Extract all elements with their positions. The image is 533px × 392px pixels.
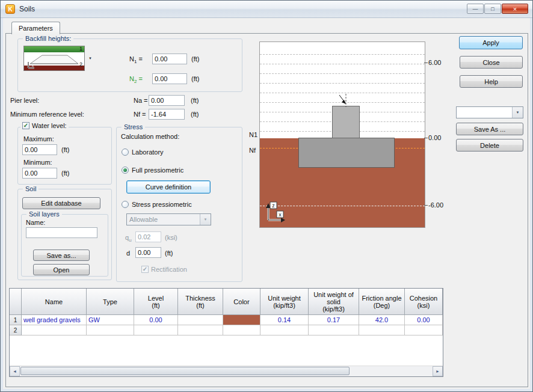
n2-input[interactable]	[152, 73, 187, 84]
cell-color-swatch[interactable]	[223, 315, 260, 325]
scroll-left-icon: ◄	[13, 369, 17, 373]
table-horizontal-scrollbar[interactable]: ◄ ►	[10, 366, 443, 376]
curve-definition-button[interactable]: Curve definition	[126, 180, 211, 194]
layer1-number: 1	[79, 46, 82, 52]
cell-unit-weight[interactable]	[260, 325, 309, 335]
calculation-method-label: Calculation method:	[121, 133, 179, 140]
cell-unit-weight-solid[interactable]	[309, 325, 359, 335]
soil-name-input[interactable]	[26, 227, 97, 238]
titlebar[interactable]: K Soils — □ ×	[1, 1, 532, 18]
open-soil-button[interactable]: Open	[33, 264, 90, 275]
full-pressiometric-label: Full pressiometric	[132, 167, 183, 174]
level-label-bottom: -6.00	[428, 201, 443, 209]
edit-database-button[interactable]: Edit database	[22, 197, 100, 209]
col-header-name[interactable]: Name	[22, 289, 87, 315]
backfill-image-dropdown[interactable]: ▼	[86, 46, 94, 71]
maximum-label: Maximum:	[23, 135, 54, 142]
scrollbar-thumb[interactable]	[20, 367, 350, 375]
level-label-zero: 0.00	[428, 134, 441, 141]
cell-cohesion[interactable]	[405, 325, 443, 335]
scroll-left-button[interactable]: ◄	[10, 366, 20, 376]
radio-stress-pressiometric[interactable]: Stress pressiometric	[122, 201, 192, 208]
col-header-thickness[interactable]: Thickness (ft)	[178, 289, 223, 315]
water-level-checkbox[interactable]: ✓ Water level:	[20, 122, 69, 129]
scroll-right-icon: ►	[436, 369, 440, 373]
close-icon: ×	[513, 5, 517, 13]
save-as-button[interactable]: Save As ...	[456, 123, 523, 135]
cell-thickness[interactable]	[178, 315, 223, 325]
footing-stem	[332, 106, 360, 138]
backfill-heights-label: Backfill heights:	[23, 35, 73, 42]
allowable-combobox[interactable]: Allowable ▼	[126, 213, 211, 225]
help-button[interactable]: Help	[460, 75, 523, 88]
delete-button[interactable]: Delete	[456, 139, 523, 152]
cell-friction-angle[interactable]: 42.0	[359, 315, 405, 325]
col-header-level[interactable]: Level (ft)	[134, 289, 178, 315]
open-soil-label: Open	[54, 266, 70, 274]
thumbnail-axis-icon: y x	[25, 60, 36, 70]
combo-arrow-icon: ▼	[512, 107, 523, 118]
nf-unit: (ft)	[191, 111, 199, 118]
radio-laboratory[interactable]: Laboratory	[122, 149, 164, 156]
row-number[interactable]: 1	[10, 315, 22, 325]
minimize-button[interactable]: —	[467, 4, 484, 14]
layer2-number: 2	[79, 61, 82, 67]
cell-level[interactable]	[134, 325, 178, 335]
radio-full-pressiometric[interactable]: Full pressiometric	[122, 167, 183, 174]
cell-name[interactable]	[22, 325, 87, 335]
col-header-cohesion[interactable]: Cohesion (ksi)	[405, 289, 443, 315]
cell-unit-weight-solid[interactable]: 0.17	[309, 315, 359, 325]
water-min-input[interactable]	[22, 168, 57, 179]
cell-color-swatch[interactable]	[223, 325, 260, 335]
qu-input[interactable]	[135, 231, 161, 242]
apply-label: Apply	[482, 39, 499, 46]
cell-type[interactable]: GW	[87, 315, 134, 325]
footing-base	[298, 138, 395, 168]
radio-icon	[122, 201, 129, 208]
window-title: Soils	[19, 5, 35, 13]
col-header-unit-weight-solid[interactable]: Unit weight of solid (kip/ft3)	[309, 289, 359, 315]
col-header-friction-angle[interactable]: Friction angle (Deg)	[359, 289, 405, 315]
app-icon: K	[5, 4, 15, 14]
col-header-color[interactable]: Color	[223, 289, 260, 315]
rectification-checkbox[interactable]: ✓ Rectification	[140, 266, 189, 273]
cell-unit-weight[interactable]: 0.14	[260, 315, 309, 325]
cell-type[interactable]	[87, 325, 134, 335]
save-as-soil-button[interactable]: Save as...	[33, 250, 90, 261]
tab-parameters[interactable]: Parameters	[11, 22, 60, 34]
scroll-right-button[interactable]: ►	[433, 366, 443, 376]
table-header-row: Name Type Level (ft) Thickness (ft) Colo…	[10, 289, 443, 315]
cell-name[interactable]: well graded gravels	[22, 315, 87, 325]
save-as-label: Save As ...	[474, 126, 506, 133]
table-corner-cell	[10, 289, 22, 315]
close-dialog-button[interactable]: Close	[460, 56, 523, 69]
soil-layers-table: Name Type Level (ft) Thickness (ft) Colo…	[9, 288, 443, 377]
tick-mark	[424, 205, 428, 206]
row-number[interactable]: 2	[10, 325, 22, 335]
cell-cohesion[interactable]: 0.00	[405, 315, 443, 325]
d-input[interactable]	[135, 247, 161, 258]
close-button[interactable]: ×	[502, 4, 528, 14]
cell-thickness[interactable]	[178, 325, 223, 335]
na-input[interactable]	[149, 95, 185, 106]
thumb-axis-y-label: y	[25, 61, 27, 65]
cell-friction-angle[interactable]	[359, 325, 405, 335]
n2-unit: (ft)	[191, 75, 199, 82]
stress-group-label: Stress	[122, 123, 145, 130]
cell-level[interactable]: 0.00	[134, 315, 178, 325]
axis-z-label: z	[272, 203, 275, 209]
load-arrow-icon	[337, 93, 353, 108]
n1-input[interactable]	[152, 54, 187, 64]
col-header-unit-weight[interactable]: Unit weight (kip/ft3)	[260, 289, 309, 315]
radio-icon	[122, 149, 129, 156]
col-header-type[interactable]: Type	[87, 289, 134, 315]
maximize-button[interactable]: □	[484, 4, 501, 14]
rectification-label: Rectification	[151, 266, 187, 273]
scrollbar-track[interactable]	[20, 366, 433, 376]
water-max-input[interactable]	[22, 144, 57, 155]
apply-button[interactable]: Apply	[459, 36, 523, 49]
preset-combobox[interactable]: ▼	[456, 106, 523, 118]
nf-input[interactable]	[149, 109, 185, 120]
n1-unit: (ft)	[191, 55, 199, 63]
soil-layers-label: Soil layers	[26, 210, 62, 218]
